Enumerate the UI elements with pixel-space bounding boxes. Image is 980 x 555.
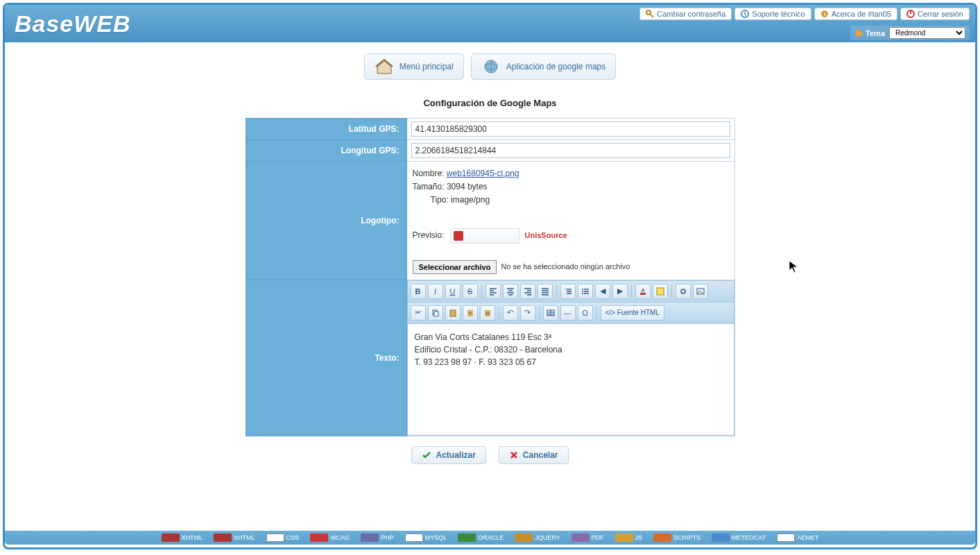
menu-row: Menú principal Aplicación de google maps — [5, 53, 975, 80]
footer-oracle[interactable]: ORACLE — [454, 533, 508, 543]
link-button[interactable] — [676, 284, 691, 299]
cut-button[interactable]: ✂ — [411, 305, 426, 321]
file-name-label: Nombre: — [413, 169, 445, 178]
svg-rect-18 — [434, 311, 438, 316]
editor-toolbar-1: B I U S 1 ◀ ▶ — [408, 281, 734, 302]
change-password-link[interactable]: Cambiar contraseña — [639, 8, 732, 20]
redo-button[interactable]: ↷ — [520, 305, 535, 321]
footer-php[interactable]: PHP — [356, 533, 398, 543]
svg-text:T: T — [469, 311, 472, 316]
ordered-list-button[interactable]: 1 — [560, 284, 576, 299]
indent-button[interactable]: ▶ — [612, 284, 628, 299]
app-logo: BaseWEB — [15, 10, 131, 37]
align-justify-button[interactable] — [538, 284, 553, 299]
paste-text-button[interactable]: T — [463, 305, 478, 321]
editor-line-1: Gran Via Corts Catalanes 119 Esc 3ª — [415, 331, 727, 343]
image-button[interactable] — [693, 284, 708, 299]
bg-color-button[interactable] — [653, 284, 668, 299]
footer-pdf[interactable]: PDF — [567, 533, 608, 543]
svg-text:1: 1 — [565, 287, 567, 291]
editor-line-2: Edificio Cristal - C.P.: 08320 - Barcelo… — [415, 343, 727, 356]
special-char-button[interactable]: Ω — [578, 305, 593, 321]
file-name-link[interactable]: web1680945-cl.png — [447, 169, 519, 178]
hr-button[interactable]: — — [560, 305, 576, 321]
svg-rect-19 — [450, 310, 456, 316]
latitude-label: Latitud GPS: — [246, 119, 406, 140]
editor-toolbar-2: ✂ T W ↶ ↷ — Ω </> Fuent — [408, 302, 734, 324]
cancel-label: Cancelar — [523, 450, 558, 460]
align-right-button[interactable] — [520, 284, 535, 299]
check-icon — [422, 450, 431, 460]
footer-mysql[interactable]: MYSQL — [401, 533, 452, 543]
longitude-input[interactable] — [411, 143, 730, 158]
align-center-button[interactable] — [503, 284, 518, 299]
text-label: Texto: — [246, 280, 406, 436]
strike-button[interactable]: S — [463, 284, 478, 299]
gmaps-app-button[interactable]: Aplicación de google maps — [471, 53, 616, 80]
update-button[interactable]: Actualizar — [411, 446, 485, 464]
change-password-label: Cambiar contraseña — [657, 10, 725, 18]
footer-wcag[interactable]: WCAG — [306, 533, 354, 543]
footer-css[interactable]: CSS — [262, 533, 304, 543]
file-size-label: Tamaño: — [413, 182, 445, 191]
source-html-label: Fuente HTML — [617, 309, 660, 316]
action-row: Actualizar Cancelar — [5, 446, 975, 464]
logout-link[interactable]: Cerrar sesión — [900, 8, 970, 20]
underline-button[interactable]: U — [445, 284, 461, 299]
svg-point-10 — [582, 291, 583, 292]
text-color-button[interactable]: A — [635, 284, 651, 299]
footer-scripts[interactable]: SCRIPTS — [649, 533, 705, 543]
top-links: Cambiar contraseña Soporte técnico i Ace… — [639, 8, 970, 20]
footer-xhtml-2[interactable]: XHTML — [209, 533, 259, 543]
align-left-button[interactable] — [485, 284, 501, 299]
footer-js[interactable]: JS — [611, 533, 647, 543]
svg-text:A: A — [641, 287, 645, 293]
support-link[interactable]: Soporte técnico — [734, 8, 811, 20]
italic-button[interactable]: I — [428, 284, 443, 299]
editor-content-area[interactable]: Gran Via Corts Catalanes 119 Esc 3ª Edif… — [408, 324, 734, 435]
home-icon — [375, 58, 394, 75]
footer-xhtml-1[interactable]: XHTML — [157, 533, 207, 543]
outdent-button[interactable]: ◀ — [595, 284, 610, 299]
update-label: Actualizar — [436, 450, 475, 460]
theme-label-text: Tema — [866, 29, 885, 37]
svg-point-9 — [582, 289, 583, 290]
support-icon — [741, 10, 749, 18]
svg-point-5 — [855, 30, 862, 37]
main-menu-label: Menú principal — [399, 62, 454, 71]
copy-button[interactable] — [428, 305, 443, 321]
unordered-list-button[interactable] — [578, 284, 593, 299]
select-file-button[interactable]: Seleccionar archivo — [413, 260, 497, 274]
svg-text:i: i — [824, 11, 825, 17]
bold-button[interactable]: B — [411, 284, 426, 299]
rich-text-editor: B I U S 1 ◀ ▶ — [407, 280, 734, 436]
gmaps-app-label: Aplicación de google maps — [506, 62, 605, 71]
paste-word-button[interactable]: W — [480, 305, 495, 321]
logout-label: Cerrar sesión — [918, 10, 963, 18]
about-link[interactable]: i Acerca de #tan05 — [814, 8, 897, 20]
latitude-input[interactable] — [411, 121, 730, 137]
theme-dropdown[interactable]: Redmond — [889, 27, 965, 39]
undo-button[interactable]: ↶ — [503, 305, 518, 321]
cancel-button[interactable]: Cancelar — [499, 446, 569, 464]
svg-point-11 — [582, 293, 583, 294]
support-label: Soporte técnico — [752, 10, 805, 18]
logotype-label: Logotipo: — [246, 162, 406, 280]
footer-aemet[interactable]: AEMET — [773, 533, 823, 543]
section-title: Configuración de Google Maps — [5, 98, 975, 108]
footer-jquery[interactable]: JQUERY — [510, 533, 564, 543]
file-info: Nombre: web1680945-cl.png Tamaño: 3094 b… — [411, 164, 730, 277]
longitude-label: Longitud GPS: — [246, 140, 406, 162]
main-menu-button[interactable]: Menú principal — [364, 53, 464, 80]
file-type-value: image/png — [451, 195, 490, 205]
theme-selector: Tema Redmond — [850, 26, 970, 40]
footer-meteocat[interactable]: METEOCAT — [707, 533, 770, 543]
table-button[interactable] — [543, 305, 558, 321]
source-html-button[interactable]: </> Fuente HTML — [601, 305, 664, 321]
editor-line-3: T. 93 223 98 97 · F. 93 323 05 67 — [415, 356, 727, 368]
paste-button[interactable] — [445, 305, 461, 321]
footer-bar: XHTML XHTML CSS WCAG PHP MYSQL ORACLE JQ… — [5, 531, 975, 545]
file-status-text: No se ha seleccionado ningún archivo — [501, 261, 630, 273]
file-size-value: 3094 bytes — [447, 182, 488, 191]
file-type-label: Tipo: — [431, 195, 449, 205]
